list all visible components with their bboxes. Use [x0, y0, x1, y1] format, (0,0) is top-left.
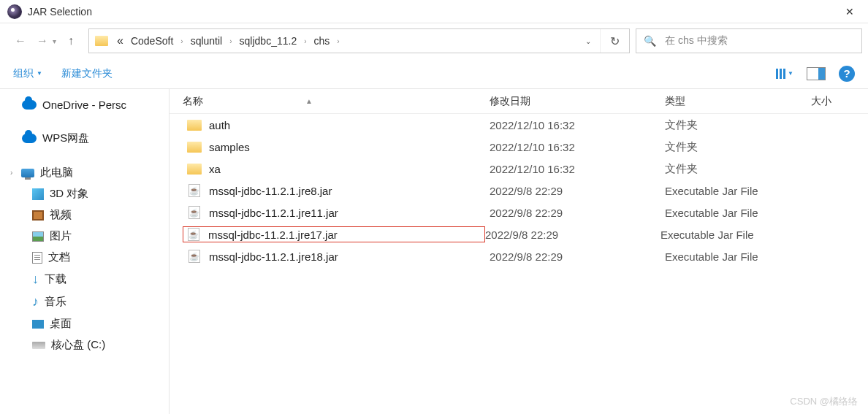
cell-name: mssql-jdbc-11.2.1.jre8.jar [187, 183, 490, 198]
cell-type: Executable Jar File [660, 229, 807, 241]
cell-date: 2022/12/10 16:32 [490, 141, 665, 153]
document-icon [32, 252, 42, 264]
file-row[interactable]: mssql-jdbc-11.2.1.jre17.jar2022/9/8 22:2… [170, 223, 868, 245]
sidebar-item-desktop[interactable]: 桌面 [0, 313, 169, 334]
sidebar-item-pictures[interactable]: 图片 [0, 226, 169, 247]
preview-pane-button[interactable] [807, 67, 826, 80]
cell-type: 文件夹 [665, 140, 811, 154]
music-icon: ♪ [32, 294, 39, 310]
address-dropdown[interactable]: ⌄ [578, 37, 598, 45]
column-name[interactable]: 名称▲ [183, 95, 490, 108]
nav-arrows: ← → ▾ ↑ [6, 34, 78, 47]
file-row[interactable]: mssql-jdbc-11.2.1.jre8.jar2022/9/8 22:29… [170, 180, 868, 202]
chevron-down-icon: ▼ [788, 70, 793, 77]
chevron-right-icon[interactable]: › [334, 37, 342, 45]
desktop-icon [32, 320, 44, 329]
chevron-right-icon[interactable]: › [301, 37, 309, 45]
pc-icon [21, 169, 34, 177]
column-type[interactable]: 类型 [665, 95, 811, 108]
forward-button[interactable]: → [37, 34, 48, 47]
titlebar: JAR Selection ✕ [0, 0, 868, 23]
crumb-sqljdbc[interactable]: sqljdbc_11.2 [237, 34, 300, 48]
cell-name: auth [187, 119, 490, 131]
cell-date: 2022/9/8 22:29 [490, 207, 665, 219]
navbar: ← → ▾ ↑ « CodeSoft › sqluntil › sqljdbc_… [0, 23, 868, 58]
cell-type: Executable Jar File [665, 207, 811, 219]
jar-icon [187, 183, 202, 198]
sidebar-item-music[interactable]: ♪音乐 [0, 291, 169, 313]
download-icon: ↓ [32, 272, 39, 287]
cell-name: mssql-jdbc-11.2.1.jre17.jar [183, 226, 485, 242]
sidebar: OneDrive - Persc WPS网盘 ›此电脑 3D 对象 视频 图片 … [0, 89, 170, 414]
back-button[interactable]: ← [15, 34, 26, 47]
jar-icon [186, 227, 201, 242]
sidebar-item-thispc[interactable]: ›此电脑 [0, 162, 169, 183]
sidebar-item-documents[interactable]: 文档 [0, 247, 169, 268]
file-row[interactable]: xa2022/12/10 16:32文件夹 [170, 158, 868, 180]
cell-type: Executable Jar File [665, 185, 811, 197]
sidebar-item-videos[interactable]: 视频 [0, 204, 169, 226]
view-options-button[interactable]: ▼ [776, 69, 793, 79]
folder-icon [187, 164, 202, 175]
disk-icon [32, 342, 45, 349]
sidebar-item-onedrive[interactable]: OneDrive - Persc [0, 95, 169, 115]
history-dropdown[interactable]: ▾ [53, 37, 56, 45]
refresh-button[interactable]: ↻ [600, 29, 629, 53]
file-row[interactable]: mssql-jdbc-11.2.1.jre11.jar2022/9/8 22:2… [170, 202, 868, 223]
chevron-right-icon[interactable]: › [226, 37, 235, 45]
up-button[interactable]: ↑ [68, 34, 74, 47]
cell-name: xa [187, 163, 490, 175]
cell-name: samples [187, 141, 490, 153]
crumb-sqluntil[interactable]: sqluntil [188, 34, 226, 48]
file-list: 名称▲ 修改日期 类型 大小 auth2022/12/10 16:32文件夹sa… [170, 89, 868, 414]
sidebar-item-downloads[interactable]: ↓下载 [0, 268, 169, 291]
content: OneDrive - Persc WPS网盘 ›此电脑 3D 对象 视频 图片 … [0, 89, 868, 414]
window-title: JAR Selection [28, 6, 833, 18]
cube-icon [32, 188, 44, 200]
folder-icon [95, 36, 108, 46]
chevron-down-icon: ▼ [37, 70, 42, 77]
cell-date: 2022/9/8 22:29 [490, 250, 665, 263]
watermark: CSDN @橘络络 [790, 395, 858, 408]
sidebar-item-3dobjects[interactable]: 3D 对象 [0, 183, 169, 204]
cell-date: 2022/12/10 16:32 [490, 119, 665, 131]
cell-date: 2022/9/8 22:29 [490, 185, 665, 197]
film-icon [32, 210, 44, 221]
cloud-icon [22, 134, 37, 143]
search-icon: 🔍 [644, 35, 656, 47]
column-headers: 名称▲ 修改日期 类型 大小 [170, 89, 868, 114]
file-row[interactable]: samples2022/12/10 16:32文件夹 [170, 136, 868, 158]
file-row[interactable]: auth2022/12/10 16:32文件夹 [170, 114, 868, 136]
crumb-chs[interactable]: chs [311, 34, 333, 48]
chevron-right-icon[interactable]: › [10, 169, 12, 177]
help-button[interactable]: ? [839, 66, 855, 82]
organize-button[interactable]: 组织 ▼ [13, 67, 42, 80]
folder-icon [187, 142, 202, 153]
jar-icon [187, 249, 202, 264]
column-date[interactable]: 修改日期 [490, 95, 665, 108]
new-folder-button[interactable]: 新建文件夹 [61, 67, 113, 80]
close-button[interactable]: ✕ [833, 1, 867, 23]
file-row[interactable]: mssql-jdbc-11.2.1.jre18.jar2022/9/8 22:2… [170, 245, 868, 267]
search-placeholder: 在 chs 中搜索 [665, 34, 728, 47]
crumb-codesoft[interactable]: CodeSoft [128, 34, 176, 48]
cell-type: 文件夹 [665, 162, 811, 176]
cell-name: mssql-jdbc-11.2.1.jre11.jar [187, 205, 490, 220]
cell-date: 2022/12/10 16:32 [490, 163, 665, 175]
jar-icon [187, 205, 202, 220]
sidebar-item-cdrive[interactable]: 核心盘 (C:) [0, 334, 169, 356]
sidebar-item-wps[interactable]: WPS网盘 [0, 128, 169, 149]
cell-name: mssql-jdbc-11.2.1.jre18.jar [187, 249, 490, 264]
search-input[interactable]: 🔍 在 chs 中搜索 [636, 28, 862, 53]
cell-date: 2022/9/8 22:29 [485, 229, 660, 241]
address-bar[interactable]: « CodeSoft › sqluntil › sqljdbc_11.2 › c… [88, 28, 630, 53]
app-icon [7, 4, 22, 19]
image-icon [32, 231, 44, 242]
cloud-icon [22, 100, 37, 110]
crumb-prefix: « [114, 34, 126, 47]
chevron-right-icon[interactable]: › [178, 37, 186, 45]
folder-icon [187, 120, 202, 131]
toolbar: 组织 ▼ 新建文件夹 ▼ ? [0, 58, 868, 89]
column-size[interactable]: 大小 [811, 95, 868, 108]
cell-type: Executable Jar File [665, 250, 811, 263]
